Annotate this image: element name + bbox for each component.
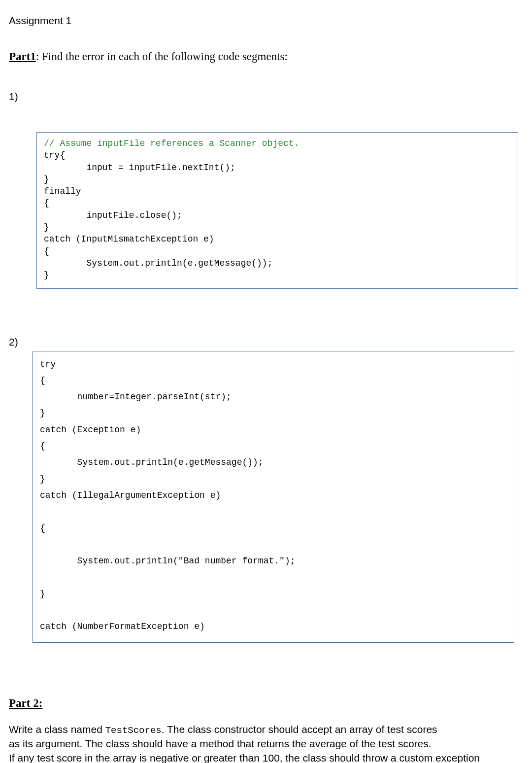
part2-line2: as its argument. The class should have a… xyxy=(9,738,432,749)
part2-label: Part 2 xyxy=(9,697,39,709)
code-segment-2: try { number=Integer.parseInt(str); } ca… xyxy=(33,351,514,643)
code1-body: try{ input = inputFile.nextInt(); } fina… xyxy=(44,150,272,280)
part2-body: Write a class named TestScores. The clas… xyxy=(9,723,523,763)
part2-line1a: Write a class named xyxy=(9,724,105,735)
code-segment-1: // Assume inputFile references a Scanner… xyxy=(36,132,518,289)
part2-line1b: . The class constructor should accept an… xyxy=(162,724,437,735)
question-2-number: 2) xyxy=(9,336,523,348)
part2-colon: : xyxy=(39,697,43,709)
part1-label: Part1 xyxy=(9,50,36,63)
code1-comment: // Assume inputFile references a Scanner… xyxy=(44,139,299,148)
part1-instruction: : Find the error in each of the followin… xyxy=(36,50,288,63)
part2-line3: If any test score in the array is negati… xyxy=(9,751,521,763)
question-1-number: 1) xyxy=(9,91,523,103)
code2-body: try { number=Integer.parseInt(str); } ca… xyxy=(40,359,295,632)
document-title: Assignment 1 xyxy=(9,15,523,27)
part2-heading: Part 2: xyxy=(9,697,523,710)
part1-heading: Part1: Find the error in each of the fol… xyxy=(9,50,523,63)
part2-testscores-code: TestScores xyxy=(105,725,162,736)
